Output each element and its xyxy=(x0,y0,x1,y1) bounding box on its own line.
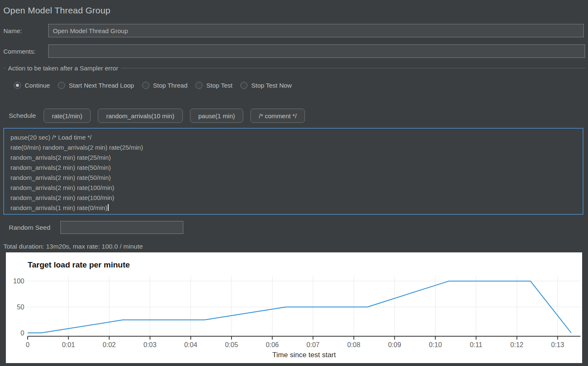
sampler-error-group-border: Action to be taken after a Sampler error xyxy=(3,64,585,72)
x-tick-label: 0:07 xyxy=(307,341,320,348)
radio-label: Continue xyxy=(25,82,50,89)
radio-label: Stop Thread xyxy=(153,82,187,89)
titled-border-line xyxy=(121,68,585,68)
radio-label: Stop Test xyxy=(206,82,232,89)
radio-start-next-thread-loop[interactable]: Start Next Thread Loop xyxy=(58,82,134,89)
radio-label: Stop Test Now xyxy=(251,82,291,89)
x-tick-label: 0:06 xyxy=(266,341,279,348)
schedule-label: Schedule xyxy=(9,112,36,119)
titled-border-line xyxy=(3,68,6,68)
editor-line: random_arrivals(2 min) rate(50/min) xyxy=(10,163,578,173)
random-seed-label: Random Seed xyxy=(9,224,60,231)
radio-stop-test[interactable]: Stop Test xyxy=(195,82,232,89)
radio-circle-icon xyxy=(142,82,149,89)
random-seed-row: Random Seed xyxy=(9,221,183,234)
radio-stop-test-now[interactable]: Stop Test Now xyxy=(240,82,291,89)
radio-circle-icon xyxy=(195,82,203,89)
schedule-toolbar: Schedule rate(1/min) random_arrivals(10 … xyxy=(9,109,312,123)
comments-row: Comments: xyxy=(3,44,585,58)
insert-random-arrivals-button[interactable]: random_arrivals(10 min) xyxy=(98,109,183,123)
x-tick-label: 0:13 xyxy=(551,341,564,348)
x-tick-label: 0:12 xyxy=(510,341,523,348)
x-tick-label: 0:03 xyxy=(143,341,156,348)
y-tick-label: 0 xyxy=(21,330,24,337)
radio-circle-icon xyxy=(58,82,65,89)
editor-line: random_arrivals(2 min) rate(50/min) xyxy=(10,173,578,183)
radio-circle-icon xyxy=(240,82,247,89)
insert-rate-button[interactable]: rate(1/min) xyxy=(44,109,91,123)
x-tick-label: 0:09 xyxy=(388,341,401,348)
text-caret xyxy=(108,204,109,211)
x-tick-label: 0:01 xyxy=(62,341,75,348)
random-seed-input[interactable] xyxy=(60,221,183,234)
y-tick-label: 100 xyxy=(13,278,24,285)
open-model-thread-group-panel: Open Model Thread Group Name: Comments: … xyxy=(0,0,588,366)
chart-canvas: 00:010:020:030:040:050:060:070:080:090:1… xyxy=(6,252,582,363)
radio-label: Start Next Thread Loop xyxy=(69,82,134,89)
x-tick-label: 0:10 xyxy=(429,341,442,348)
chart-title: Target load rate per minute xyxy=(28,260,130,269)
page-title: Open Model Thread Group xyxy=(3,5,110,16)
insert-comment-button[interactable]: /* comment */ xyxy=(250,109,305,123)
x-tick-label: 0:08 xyxy=(347,341,360,348)
editor-line: random_arrivals(2 min) rate(100/min) xyxy=(10,193,578,203)
y-tick-label: 50 xyxy=(17,304,24,311)
load-rate-chart: 00:010:020:030:040:050:060:070:080:090:1… xyxy=(6,252,582,363)
schedule-editor-content: pause(20 sec) /* Load time */rate(0/min)… xyxy=(10,132,578,213)
x-tick-label: 0:05 xyxy=(225,341,238,348)
editor-line: rate(0/min) random_arrivals(2 min) rate(… xyxy=(10,143,578,153)
name-input[interactable] xyxy=(48,24,584,37)
radio-continue[interactable]: Continue xyxy=(14,82,50,89)
editor-line: pause(20 sec) /* Load time */ xyxy=(10,132,578,143)
x-tick-label: 0 xyxy=(26,341,30,348)
radio-stop-thread[interactable]: Stop Thread xyxy=(142,82,187,89)
editor-line: random_arrivals(2 min) rate(100/min) xyxy=(10,183,578,193)
comments-input[interactable] xyxy=(48,44,585,58)
duration-summary: Total duration: 13m20s, max rate: 100.0 … xyxy=(3,243,143,250)
name-row: Name: xyxy=(3,24,584,37)
editor-line: random_arrivals(2 min) rate(25/min) xyxy=(10,153,578,163)
editor-line: random_arrivals(1 min) rate(0/min) xyxy=(10,203,578,213)
insert-pause-button[interactable]: pause(1 min) xyxy=(190,109,244,123)
schedule-editor[interactable]: pause(20 sec) /* Load time */rate(0/min)… xyxy=(3,128,583,215)
x-tick-label: 0:02 xyxy=(103,341,116,348)
x-axis-title: Time since test start xyxy=(272,351,336,359)
x-tick-label: 0:11 xyxy=(470,341,482,348)
x-tick-label: 0:04 xyxy=(184,341,197,348)
radio-circle-icon xyxy=(14,82,21,89)
sampler-error-options: Continue Start Next Thread Loop Stop Thr… xyxy=(14,81,292,90)
name-label: Name: xyxy=(3,27,48,34)
comments-label: Comments: xyxy=(3,48,48,55)
sampler-error-legend: Action to be taken after a Sampler error xyxy=(8,65,118,72)
